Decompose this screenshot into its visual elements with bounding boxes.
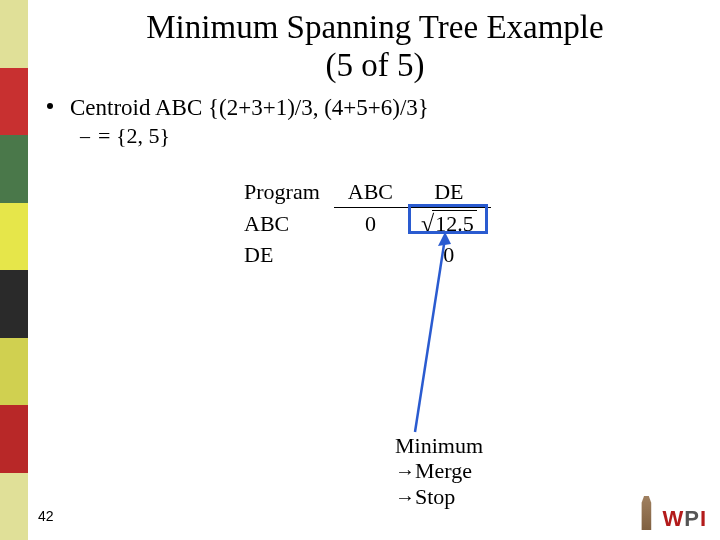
table-cell: 0: [407, 240, 491, 270]
sidebar-stripe: [0, 135, 28, 203]
bullet-icon: [47, 103, 53, 109]
sidebar-stripe: [0, 405, 28, 473]
logo-letter: W: [662, 508, 683, 530]
annotation-line: →Stop: [395, 484, 483, 509]
sqrt-value: √ 12.5: [421, 210, 477, 237]
bullet-item: Centroid ABC {(2+3+1)/3, (4+5+6)/3}: [40, 95, 710, 121]
logo-tower-icon: [634, 496, 658, 530]
slide-content: Minimum Spanning Tree Example (5 of 5) C…: [40, 5, 710, 535]
page-number: 42: [38, 508, 54, 524]
logo-letter: I: [700, 508, 706, 530]
table-row-label: DE: [230, 240, 334, 270]
table-row-label: ABC: [230, 208, 334, 240]
slide-title: Minimum Spanning Tree Example (5 of 5): [40, 9, 710, 85]
table-cell: [334, 240, 407, 270]
sidebar-stripe: [0, 473, 28, 541]
arrow-right-icon: →: [395, 460, 415, 482]
sidebar-stripe: [0, 0, 28, 68]
sidebar-stripe: [0, 203, 28, 271]
logo-letter: P: [684, 508, 699, 530]
annotation-block: Minimum →Merge →Stop: [395, 433, 483, 509]
sub-bullet-item: – = {2, 5}: [40, 123, 710, 149]
table-cell: 0: [334, 208, 407, 240]
table-cell: √ 12.5: [407, 208, 491, 240]
sidebar-stripe: [0, 68, 28, 136]
dash-icon: –: [80, 125, 90, 148]
table-corner: Program: [230, 177, 334, 208]
title-line-2: (5 of 5): [326, 47, 425, 83]
decorative-sidebar: [0, 0, 28, 540]
arrow-right-icon: →: [395, 486, 415, 508]
logo-text: W P I: [662, 508, 706, 530]
title-line-1: Minimum Spanning Tree Example: [146, 9, 603, 45]
distance-table: Program ABC DE ABC 0 √ 12.5 DE 0: [230, 177, 491, 270]
annotation-line: →Merge: [395, 458, 483, 483]
sub-bullet-text: = {2, 5}: [98, 123, 170, 148]
wpi-logo: W P I: [634, 496, 706, 530]
table-col-header: DE: [407, 177, 491, 208]
bullet-text: Centroid ABC {(2+3+1)/3, (4+5+6)/3}: [70, 95, 710, 121]
radicand: 12.5: [432, 210, 477, 237]
table-row: ABC 0 √ 12.5: [230, 208, 491, 240]
sidebar-stripe: [0, 270, 28, 338]
table-col-header: ABC: [334, 177, 407, 208]
sidebar-stripe: [0, 338, 28, 406]
table-row: DE 0: [230, 240, 491, 270]
annotation-line: Minimum: [395, 433, 483, 458]
